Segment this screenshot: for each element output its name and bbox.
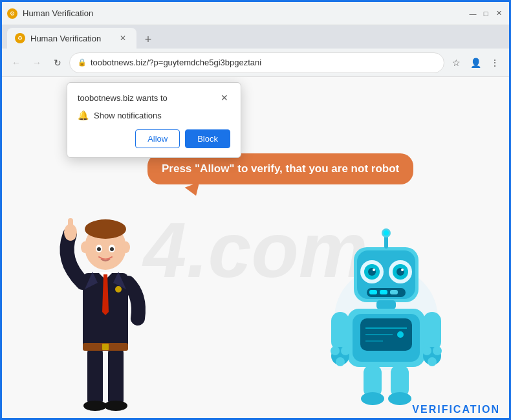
toolbar-right: ☆ 👤 ⋮ bbox=[447, 54, 504, 72]
svg-rect-42 bbox=[380, 290, 387, 294]
person-illustration bbox=[41, 176, 170, 420]
url-text: toobotnews.biz/?p=guytemdche5gi3bpgeztan… bbox=[91, 58, 261, 67]
speech-bubble: Press "Allow" to verify, that you are no… bbox=[147, 153, 413, 184]
page-content: 4.com toobotnews.biz wants to ✕ 🔔 Show n… bbox=[2, 77, 509, 420]
tab-bar: ⚙ Human Verification ✕ + bbox=[2, 25, 509, 49]
svg-point-61 bbox=[428, 357, 437, 366]
popup-notification-row: 🔔 Show notifications bbox=[78, 110, 230, 120]
svg-point-64 bbox=[361, 392, 384, 405]
svg-point-54 bbox=[331, 346, 340, 355]
svg-rect-41 bbox=[369, 290, 377, 294]
svg-point-55 bbox=[341, 346, 350, 355]
svg-point-39 bbox=[384, 230, 389, 236]
svg-point-15 bbox=[104, 401, 127, 411]
svg-rect-12 bbox=[87, 348, 103, 406]
svg-point-18 bbox=[81, 241, 89, 253]
forward-button[interactable]: → bbox=[28, 54, 46, 72]
close-button[interactable]: ✕ bbox=[494, 8, 504, 19]
popup-header: toobotnews.biz wants to ✕ bbox=[78, 92, 230, 104]
tab-label: Human Verification bbox=[30, 34, 112, 43]
svg-rect-13 bbox=[108, 348, 124, 406]
speech-bubble-text: Press "Allow" to verify, that you are no… bbox=[162, 162, 399, 175]
svg-point-65 bbox=[388, 392, 411, 405]
svg-rect-11 bbox=[68, 218, 73, 232]
url-bar[interactable]: 🔒 toobotnews.biz/?p=guytemdche5gi3bpgezt… bbox=[69, 52, 444, 73]
svg-point-5 bbox=[97, 247, 101, 251]
block-button[interactable]: Block bbox=[185, 129, 230, 148]
svg-point-14 bbox=[83, 401, 107, 411]
svg-point-59 bbox=[422, 346, 431, 355]
svg-point-36 bbox=[401, 269, 404, 271]
menu-button[interactable]: ⋮ bbox=[486, 54, 504, 72]
svg-point-35 bbox=[373, 269, 375, 271]
svg-point-19 bbox=[122, 241, 130, 253]
notification-text: Show notifications bbox=[94, 111, 162, 120]
back-button[interactable]: ← bbox=[7, 54, 25, 72]
window-title: Human Verification bbox=[23, 8, 462, 18]
svg-rect-44 bbox=[376, 300, 396, 309]
svg-rect-57 bbox=[423, 312, 441, 351]
popup-close-button[interactable]: ✕ bbox=[219, 92, 230, 104]
svg-rect-17 bbox=[102, 344, 109, 350]
new-tab-button[interactable]: + bbox=[139, 30, 157, 49]
lock-icon: 🔒 bbox=[78, 58, 87, 67]
maximize-button[interactable]: □ bbox=[481, 8, 491, 19]
tab-close-button[interactable]: ✕ bbox=[117, 32, 129, 44]
verification-label: VERIFICATION bbox=[412, 404, 500, 415]
svg-point-56 bbox=[336, 357, 345, 366]
account-button[interactable]: 👤 bbox=[466, 54, 484, 72]
svg-point-50 bbox=[397, 331, 404, 338]
tab-favicon: ⚙ bbox=[7, 8, 17, 19]
svg-point-6 bbox=[110, 247, 114, 251]
svg-point-22 bbox=[115, 286, 122, 293]
address-bar: ← → ↻ 🔒 toobotnews.biz/?p=guytemdche5gi3… bbox=[2, 49, 509, 77]
minimize-button[interactable]: — bbox=[468, 8, 478, 19]
popup-site-text: toobotnews.biz wants to bbox=[78, 93, 168, 103]
notification-popup: toobotnews.biz wants to ✕ 🔔 Show notific… bbox=[67, 82, 241, 158]
svg-point-60 bbox=[433, 346, 442, 355]
allow-button[interactable]: Allow bbox=[135, 129, 180, 148]
svg-rect-43 bbox=[390, 290, 398, 294]
robot-illustration bbox=[328, 228, 444, 409]
active-tab[interactable]: ⚙ Human Verification ✕ bbox=[7, 28, 136, 49]
bookmark-button[interactable]: ☆ bbox=[447, 54, 465, 72]
svg-rect-52 bbox=[331, 312, 349, 351]
bell-icon: 🔔 bbox=[78, 110, 89, 120]
reload-button[interactable]: ↻ bbox=[49, 54, 67, 72]
popup-buttons: Allow Block bbox=[78, 129, 230, 148]
svg-point-2 bbox=[85, 219, 126, 239]
window-controls: — □ ✕ bbox=[468, 8, 504, 19]
tab-icon: ⚙ bbox=[15, 33, 25, 43]
title-bar: ⚙ Human Verification — □ ✕ bbox=[2, 2, 509, 25]
